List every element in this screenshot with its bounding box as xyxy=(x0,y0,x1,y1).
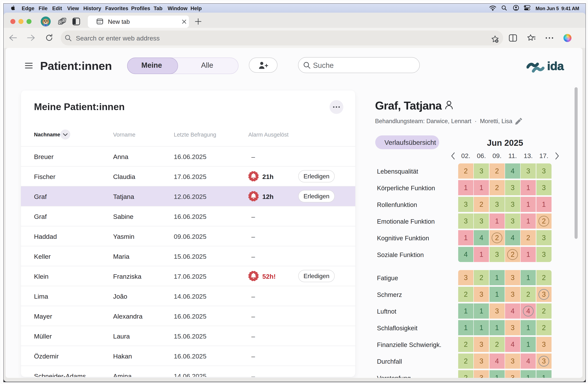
svg-text:ida: ida xyxy=(547,59,564,73)
